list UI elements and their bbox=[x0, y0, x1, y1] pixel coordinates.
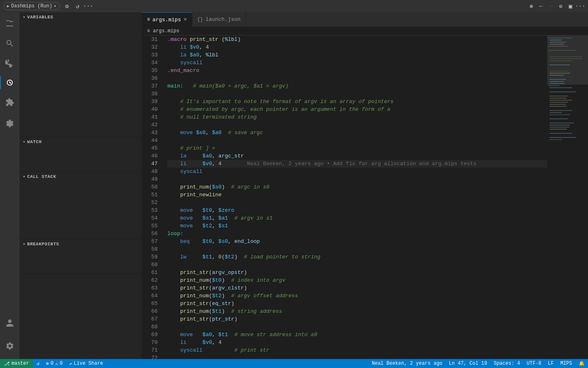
tabs-bar: ≡ args.mips × {} launch.json bbox=[142, 12, 588, 27]
split-editor-icon[interactable]: ▣ bbox=[566, 2, 575, 11]
code-line bbox=[167, 90, 547, 98]
svg-rect-16 bbox=[550, 83, 565, 84]
code-line: print_str(argv_clstr) bbox=[167, 284, 547, 292]
svg-rect-33 bbox=[550, 129, 567, 130]
svg-rect-19 bbox=[550, 92, 576, 92]
git-branch-item[interactable]: ⎇ master bbox=[0, 359, 33, 368]
line-number: 49 bbox=[142, 175, 158, 183]
line-number: 52 bbox=[142, 199, 158, 206]
svg-rect-28 bbox=[550, 114, 570, 115]
go-live-icon[interactable]: ⊙ bbox=[556, 2, 565, 11]
svg-rect-36 bbox=[550, 139, 562, 140]
warning-icon: ⚠ bbox=[55, 361, 58, 367]
variables-chevron: ▾ bbox=[23, 15, 26, 20]
line-number: 45 bbox=[142, 144, 158, 152]
sync-icon: ↺ bbox=[36, 361, 39, 367]
encoding-item[interactable]: UTF-8 bbox=[523, 359, 545, 368]
svg-rect-23 bbox=[550, 102, 568, 103]
spaces-label: Spaces: 4 bbox=[494, 361, 520, 366]
live-share-item[interactable]: ↗ Live Share bbox=[66, 359, 106, 368]
line-number: 41 bbox=[142, 113, 158, 121]
settings-gear-icon[interactable]: ⚙ bbox=[62, 2, 71, 11]
line-col-item[interactable]: Ln 47, Col 19 bbox=[445, 359, 490, 368]
restart-icon[interactable]: ↺ bbox=[73, 2, 82, 11]
breakpoints-label: BREAKPOINTS bbox=[27, 242, 59, 247]
line-number: 48 bbox=[142, 168, 158, 175]
line-number: 47 bbox=[142, 160, 158, 168]
code-line: syscall bbox=[167, 168, 547, 175]
svg-rect-29 bbox=[550, 119, 568, 119]
code-line: # null terminated string bbox=[167, 113, 547, 121]
go-forward-icon[interactable]: → bbox=[546, 2, 555, 11]
code-line: print_num($t2) # argv offset address bbox=[167, 292, 547, 300]
variables-header[interactable]: ▾ VARIABLES bbox=[20, 12, 142, 22]
code-line: print_num($t0) # index into argv bbox=[167, 276, 547, 284]
code-line: print_str(ptr_str) bbox=[167, 315, 547, 323]
activity-accounts[interactable] bbox=[0, 313, 20, 333]
svg-rect-35 bbox=[550, 137, 576, 138]
watch-header[interactable]: ▾ WATCH bbox=[20, 137, 142, 147]
git-branch-label: master bbox=[11, 361, 29, 366]
code-line: li $v0, 4 Neal Beeken, 2 years ago • Add… bbox=[167, 160, 547, 168]
activity-remote[interactable] bbox=[0, 114, 20, 133]
activity-extensions[interactable] bbox=[0, 92, 20, 112]
line-number: 67 bbox=[142, 315, 158, 323]
sync-item[interactable]: ↺ bbox=[33, 359, 42, 368]
git-author-item[interactable]: Neal Beeken, 2 years ago bbox=[369, 359, 446, 368]
activity-settings[interactable] bbox=[0, 336, 20, 356]
code-line bbox=[167, 261, 547, 269]
svg-rect-32 bbox=[550, 127, 569, 128]
activity-debug[interactable] bbox=[0, 73, 20, 92]
callstack-section: ▾ CALL STACK bbox=[20, 172, 142, 239]
breakpoints-header[interactable]: ▾ BREAKPOINTS bbox=[20, 239, 142, 249]
breakpoints-icon[interactable]: ⊕ bbox=[527, 2, 536, 11]
svg-rect-4 bbox=[550, 44, 564, 45]
debug-run-button[interactable]: ▶ Dashmips (Run) ▾ bbox=[3, 2, 60, 10]
spaces-item[interactable]: Spaces: 4 bbox=[490, 359, 523, 368]
activity-source-control[interactable] bbox=[0, 53, 20, 73]
svg-rect-10 bbox=[550, 65, 570, 65]
tab-args-mips[interactable]: ≡ args.mips × bbox=[142, 12, 192, 27]
svg-rect-15 bbox=[550, 81, 564, 82]
watch-section: ▾ WATCH bbox=[20, 137, 142, 172]
line-number: 40 bbox=[142, 105, 158, 113]
minimap[interactable] bbox=[547, 36, 588, 359]
callstack-header[interactable]: ▾ CALL STACK bbox=[20, 172, 142, 182]
titlebar-right-icons: ⊕ ← → ⊙ ▣ ··· bbox=[527, 2, 585, 11]
line-number: 60 bbox=[142, 261, 158, 269]
code-line: print_num($s0) # argc in s0 bbox=[167, 183, 547, 191]
go-back-icon[interactable]: ← bbox=[537, 2, 546, 11]
line-number: 53 bbox=[142, 206, 158, 214]
svg-rect-14 bbox=[550, 79, 566, 80]
code-line bbox=[167, 121, 547, 129]
line-number: 43 bbox=[142, 129, 158, 137]
language-item[interactable]: MIPS bbox=[557, 359, 575, 368]
close-tab-args-mips[interactable]: × bbox=[183, 16, 187, 23]
line-number: 70 bbox=[142, 339, 158, 346]
code-line: la $a0, %lbl bbox=[167, 51, 547, 59]
activity-search[interactable] bbox=[0, 34, 20, 53]
tab-launch-json[interactable]: {} launch.json bbox=[192, 12, 246, 27]
code-line: move $s1, $a1 # argv in s1 bbox=[167, 214, 547, 222]
activity-explorer[interactable] bbox=[0, 14, 20, 34]
sidebar: ▾ VARIABLES ▾ WATCH ▾ CALL STACK ▾ bbox=[20, 12, 142, 359]
code-line: loop: bbox=[167, 230, 547, 238]
code-content[interactable]: .macro print_str (%lbl) li $v0, 4 la $a0… bbox=[163, 36, 547, 359]
line-ending-item[interactable]: LF bbox=[545, 359, 557, 368]
notifications-item[interactable]: 🔔 bbox=[575, 359, 588, 368]
errors-item[interactable]: ⊗ 0 ⚠ 0 bbox=[42, 359, 66, 368]
line-number: 63 bbox=[142, 284, 158, 292]
svg-rect-20 bbox=[550, 96, 568, 96]
editor-area: ≡ args.mips × {} launch.json ≡ args.mips… bbox=[142, 12, 588, 359]
more-icon[interactable]: ··· bbox=[84, 2, 93, 11]
line-number: 66 bbox=[142, 307, 158, 315]
git-author-label: Neal Beeken, 2 years ago bbox=[372, 361, 443, 366]
more-options-icon[interactable]: ··· bbox=[576, 2, 585, 11]
watch-label: WATCH bbox=[27, 139, 42, 144]
chevron-down-icon: ▾ bbox=[54, 4, 56, 9]
svg-rect-9 bbox=[550, 61, 572, 61]
warnings-count: 0 bbox=[60, 361, 62, 366]
code-line: beq $t0, $s0, end_loop bbox=[167, 238, 547, 245]
code-line: print_num($t1) # string address bbox=[167, 307, 547, 315]
play-icon: ▶ bbox=[7, 4, 9, 9]
